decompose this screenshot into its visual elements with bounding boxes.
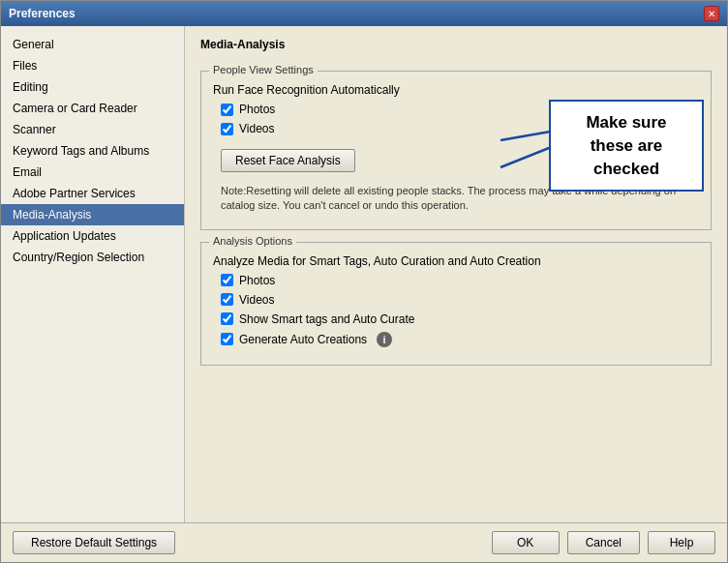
people-view-label: People View Settings: [209, 64, 318, 75]
info-icon[interactable]: i: [377, 332, 392, 347]
section-title: Media-Analysis: [200, 38, 712, 51]
auto-creations-label[interactable]: Generate Auto Creations: [239, 333, 367, 346]
sidebar-item-files[interactable]: Files: [1, 55, 184, 76]
sidebar-item-general[interactable]: General: [1, 34, 184, 55]
reset-face-analysis-button[interactable]: Reset Face Analysis: [221, 149, 355, 172]
analyze-media-label: Analyze Media for Smart Tags, Auto Curat…: [213, 254, 699, 268]
sidebar-item-keyword[interactable]: Keyword Tags and Albums: [1, 140, 184, 162]
ok-button[interactable]: OK: [492, 531, 560, 554]
analysis-videos-row: Videos: [221, 293, 691, 307]
people-videos-checkbox[interactable]: [221, 123, 233, 135]
people-photos-label[interactable]: Photos: [239, 103, 275, 116]
title-bar: Preferences ✕: [1, 1, 727, 26]
smart-tags-row: Show Smart tags and Auto Curate: [221, 312, 691, 326]
auto-creations-checkbox[interactable]: [221, 333, 233, 345]
analysis-videos-checkbox[interactable]: [221, 293, 233, 306]
main-panel: Media-Analysis People View Settings Run …: [185, 26, 727, 522]
sidebar-item-country[interactable]: Country/Region Selection: [1, 247, 184, 268]
cancel-button[interactable]: Cancel: [567, 531, 640, 554]
bottom-right: OK Cancel Help: [492, 531, 715, 554]
sidebar-item-adobe[interactable]: Adobe Partner Services: [1, 183, 184, 204]
analysis-options-label: Analysis Options: [209, 235, 296, 247]
auto-creations-row: Generate Auto Creations i: [221, 332, 691, 347]
run-face-label: Run Face Recognition Automatically: [213, 83, 699, 97]
callout-text: Make sure these are checked: [586, 113, 666, 178]
analysis-photos-label[interactable]: Photos: [239, 274, 275, 287]
close-button[interactable]: ✕: [704, 6, 719, 21]
analysis-photos-checkbox[interactable]: [221, 274, 233, 286]
sidebar-item-camera[interactable]: Camera or Card Reader: [1, 98, 184, 119]
people-videos-label[interactable]: Videos: [239, 122, 274, 135]
content-area: General Files Editing Camera or Card Rea…: [1, 26, 727, 522]
help-button[interactable]: Help: [648, 531, 715, 554]
sidebar-item-email[interactable]: Email: [1, 162, 184, 183]
analysis-photos-row: Photos: [221, 274, 691, 287]
sidebar-item-appupdates[interactable]: Application Updates: [1, 225, 184, 247]
preferences-window: Preferences ✕ General Files Editing Came…: [0, 0, 728, 563]
analysis-videos-label[interactable]: Videos: [239, 293, 274, 307]
sidebar-item-media[interactable]: Media-Analysis: [1, 204, 184, 225]
window-title: Preferences: [9, 7, 76, 20]
restore-defaults-button[interactable]: Restore Default Settings: [13, 531, 175, 554]
analysis-options-group: Analysis Options Analyze Media for Smart…: [200, 242, 712, 366]
bottom-bar: Restore Default Settings OK Cancel Help: [1, 522, 727, 562]
callout-box: Make sure these are checked: [549, 100, 704, 192]
bottom-left: Restore Default Settings: [13, 531, 175, 554]
sidebar-item-editing[interactable]: Editing: [1, 76, 184, 98]
sidebar-item-scanner[interactable]: Scanner: [1, 119, 184, 140]
sidebar: General Files Editing Camera or Card Rea…: [1, 26, 185, 522]
smart-tags-checkbox[interactable]: [221, 312, 233, 325]
smart-tags-label[interactable]: Show Smart tags and Auto Curate: [239, 312, 414, 326]
people-view-wrapper: People View Settings Run Face Recognitio…: [200, 71, 712, 230]
people-photos-checkbox[interactable]: [221, 104, 233, 116]
